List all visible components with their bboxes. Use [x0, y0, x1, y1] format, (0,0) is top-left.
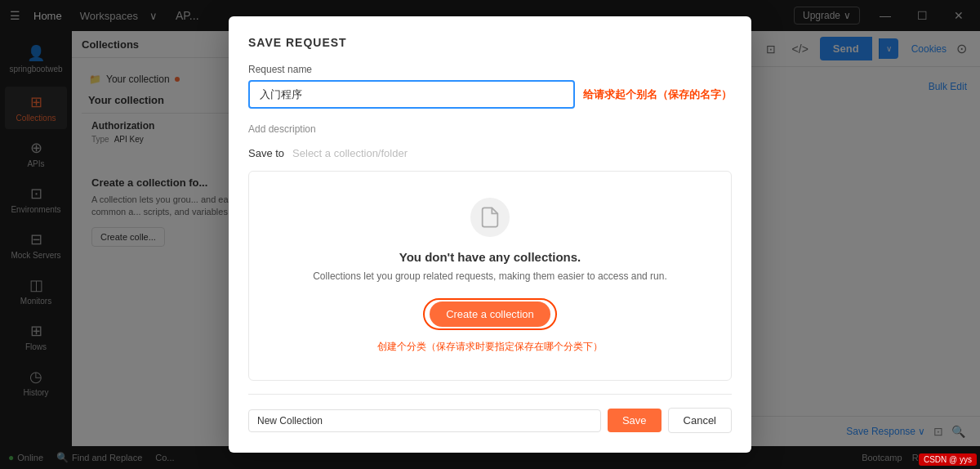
- empty-state-title: You don't have any collections.: [265, 250, 715, 264]
- modal-cancel-button[interactable]: Cancel: [668, 408, 732, 433]
- modal-save-button[interactable]: Save: [608, 409, 662, 432]
- request-name-group: Request name 给请求起个别名（保存的名字）: [248, 64, 732, 109]
- request-name-label: Request name: [248, 64, 732, 75]
- request-name-input[interactable]: [248, 80, 575, 109]
- add-description-group: Add description: [248, 120, 732, 136]
- create-collection-button[interactable]: Create a collection: [430, 302, 550, 327]
- modal-footer: Save Cancel: [248, 394, 732, 433]
- save-to-row: Save to Select a collection/folder: [248, 147, 732, 159]
- modal-title: SAVE REQUEST: [248, 36, 732, 49]
- modal-overlay: SAVE REQUEST Request name 给请求起个别名（保存的名字）…: [0, 0, 980, 469]
- empty-state-icon: [470, 198, 510, 237]
- empty-state: You don't have any collections. Collecti…: [248, 171, 732, 381]
- create-annotation: 创建个分类（保存请求时要指定保存在哪个分类下）: [377, 341, 603, 352]
- collection-selector[interactable]: Select a collection/folder: [292, 147, 408, 159]
- csdn-badge: CSDN @ yys: [919, 453, 977, 466]
- empty-state-desc: Collections let you group related reques…: [265, 270, 715, 282]
- save-request-modal: SAVE REQUEST Request name 给请求起个别名（保存的名字）…: [229, 16, 751, 453]
- new-collection-input[interactable]: [248, 409, 601, 432]
- request-name-annotation: 给请求起个别名（保存的名字）: [583, 87, 732, 102]
- add-description-link[interactable]: Add description: [248, 123, 316, 135]
- save-to-label: Save to: [248, 147, 284, 159]
